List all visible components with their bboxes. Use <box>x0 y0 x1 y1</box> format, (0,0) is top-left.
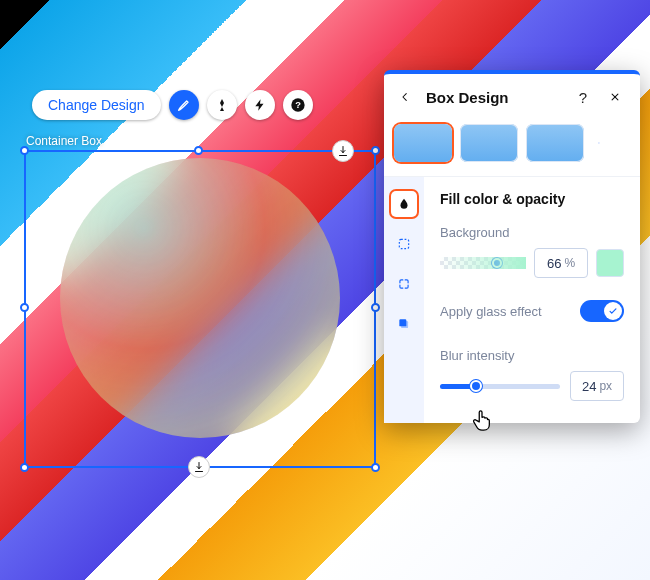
download-icon[interactable] <box>188 456 210 478</box>
side-tab-rail <box>384 177 424 423</box>
svg-rect-4 <box>399 319 406 326</box>
background-label: Background <box>440 225 624 240</box>
brush-icon[interactable] <box>169 90 199 120</box>
opacity-slider-knob[interactable] <box>492 258 502 268</box>
fill-section: Fill color & opacity Background 66 % App… <box>424 177 640 423</box>
lightning-icon[interactable] <box>245 90 275 120</box>
help-icon[interactable]: ? <box>572 86 594 108</box>
dashed-border-icon <box>397 236 411 252</box>
resize-handle-ml[interactable] <box>20 303 29 312</box>
resize-handle-tl[interactable] <box>20 146 29 155</box>
selection-bounding-box[interactable] <box>24 150 376 468</box>
toggle-knob-check-icon <box>604 302 622 320</box>
selected-element-label: Container Box <box>26 134 102 148</box>
close-icon[interactable] <box>604 86 626 108</box>
background-row: 66 % <box>440 248 624 278</box>
svg-rect-2 <box>399 239 408 248</box>
side-tab-shadow[interactable] <box>391 311 417 337</box>
change-design-button[interactable]: Change Design <box>32 90 161 120</box>
panel-header: Box Design ? <box>384 74 640 118</box>
blur-value-input[interactable]: 24 px <box>570 371 624 401</box>
opacity-value-input[interactable]: 66 % <box>534 248 588 278</box>
panel-body: Fill color & opacity Background 66 % App… <box>384 176 640 423</box>
glass-effect-toggle[interactable] <box>580 300 624 322</box>
blur-value: 24 <box>582 379 596 394</box>
opacity-slider[interactable] <box>440 257 526 269</box>
side-tab-corners[interactable] <box>391 271 417 297</box>
style-thumbnail-row <box>384 118 640 176</box>
shadow-icon <box>397 316 411 332</box>
svg-text:?: ? <box>295 100 301 110</box>
help-icon[interactable]: ? <box>283 90 313 120</box>
style-thumb-3[interactable] <box>526 124 584 162</box>
style-thumb-2[interactable] <box>460 124 518 162</box>
resize-handle-br[interactable] <box>371 463 380 472</box>
section-title: Fill color & opacity <box>440 191 624 207</box>
back-icon[interactable] <box>394 86 416 108</box>
box-design-panel: Box Design ? Fill c <box>384 70 640 423</box>
opacity-value: 66 <box>547 256 561 271</box>
blur-slider-knob[interactable] <box>470 380 482 392</box>
droplet-icon <box>397 196 411 212</box>
side-tab-border[interactable] <box>391 231 417 257</box>
resize-handle-tm[interactable] <box>194 146 203 155</box>
resize-handle-tr[interactable] <box>371 146 380 155</box>
canvas-top-toolbar: Change Design ? <box>32 90 313 120</box>
corners-icon <box>397 276 411 292</box>
side-tab-fill[interactable] <box>391 191 417 217</box>
glass-effect-label: Apply glass effect <box>440 304 542 319</box>
opacity-unit: % <box>564 256 575 270</box>
glass-effect-row: Apply glass effect <box>440 300 624 322</box>
blur-label: Blur intensity <box>440 348 624 363</box>
resize-handle-bl[interactable] <box>20 463 29 472</box>
thumbs-next-icon[interactable] <box>592 135 606 151</box>
blur-row: 24 px <box>440 371 624 401</box>
style-thumb-1[interactable] <box>394 124 452 162</box>
panel-title-text: Box Design <box>426 89 562 106</box>
color-swatch[interactable] <box>596 249 624 277</box>
blur-slider[interactable] <box>440 384 560 389</box>
animation-icon[interactable] <box>207 90 237 120</box>
blur-unit: px <box>599 379 612 393</box>
download-icon[interactable] <box>332 140 354 162</box>
resize-handle-mr[interactable] <box>371 303 380 312</box>
